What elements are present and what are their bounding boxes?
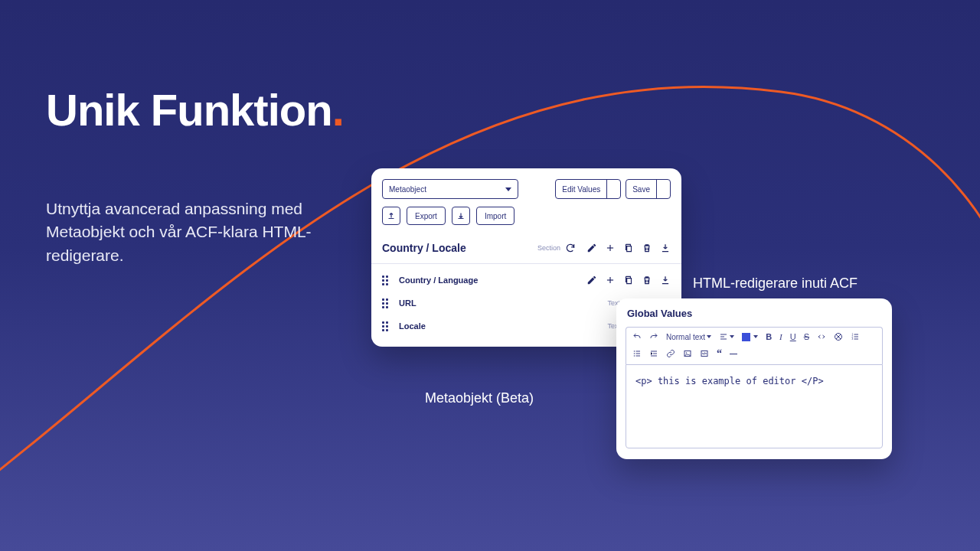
edit-icon[interactable] <box>586 243 597 253</box>
indent-button[interactable] <box>649 349 658 358</box>
delete-icon[interactable] <box>642 243 652 253</box>
drag-handle-icon[interactable] <box>382 298 390 308</box>
delete-icon[interactable] <box>642 275 652 285</box>
ordered-list-button[interactable]: 123 <box>851 332 860 341</box>
copy-icon[interactable] <box>623 243 634 253</box>
add-icon[interactable] <box>605 275 616 285</box>
bold-button[interactable]: B <box>766 332 772 341</box>
text-style-label: Normal text <box>666 333 705 341</box>
add-icon[interactable] <box>605 243 616 253</box>
field-row: Country / Language <box>371 269 681 292</box>
html-editor-title: Global Values <box>616 298 892 327</box>
export-icon-button[interactable] <box>382 207 400 225</box>
import-label: Import <box>485 212 506 220</box>
svg-point-5 <box>634 355 635 357</box>
svg-point-3 <box>634 350 635 352</box>
link-button[interactable] <box>666 349 675 358</box>
caret-down-icon <box>505 187 511 191</box>
editor-toolbar: Normal text B I U S 123 “ — <box>626 327 883 364</box>
field-name: Country / Language <box>399 276 478 285</box>
redo-icon[interactable] <box>649 332 658 341</box>
editor-content[interactable]: <p> this is example of editor </P> <box>626 364 883 448</box>
import-icon-button[interactable] <box>452 207 470 225</box>
edit-icon[interactable] <box>586 275 597 285</box>
object-type-dropdown[interactable]: Metaobject <box>382 179 518 199</box>
color-picker[interactable] <box>742 333 758 341</box>
underline-button[interactable]: U <box>790 332 796 341</box>
unordered-list-button[interactable] <box>632 349 642 358</box>
metaobject-caption: Metaobjekt (Beta) <box>425 390 534 406</box>
strikethrough-button[interactable]: S <box>804 332 809 341</box>
section-title: Country / Locale <box>382 242 466 254</box>
save-label: Save <box>632 185 650 194</box>
quote-button[interactable]: “ <box>717 347 722 360</box>
field-name: Locale <box>399 321 426 331</box>
codeblock-button[interactable] <box>700 349 709 358</box>
code-button[interactable] <box>817 332 826 341</box>
svg-point-4 <box>634 353 635 354</box>
export-label: Export <box>415 212 437 220</box>
italic-button[interactable]: I <box>779 332 782 341</box>
export-button[interactable]: Export <box>407 207 446 225</box>
svg-text:3: 3 <box>852 337 854 341</box>
html-editor-caption: HTML-redigerare inuti ACF <box>693 276 858 292</box>
text-style-dropdown[interactable]: Normal text <box>666 333 711 341</box>
download-icon[interactable] <box>660 243 671 253</box>
save-button[interactable]: Save <box>626 179 671 199</box>
html-editor-panel: Global Values Normal text B I U S 123 “ … <box>616 298 892 459</box>
object-type-label: Metaobject <box>389 185 426 194</box>
image-button[interactable] <box>683 349 692 358</box>
drag-handle-icon[interactable] <box>382 321 390 331</box>
refresh-icon[interactable] <box>565 243 576 253</box>
editor-text: <p> this is example of editor </P> <box>635 376 824 386</box>
import-button[interactable]: Import <box>476 207 514 225</box>
edit-values-label: Edit Values <box>562 185 600 194</box>
section-label: Section <box>537 244 560 252</box>
svg-point-7 <box>686 352 688 354</box>
edit-values-button[interactable]: Edit Values <box>555 179 621 199</box>
hr-button[interactable]: — <box>730 350 737 358</box>
field-name: URL <box>399 298 416 308</box>
align-dropdown[interactable] <box>719 332 734 341</box>
page-subhead: Utnyttja avancerad anpassning med Metaob… <box>46 197 352 267</box>
page-title: Unik Funktion. <box>46 84 344 135</box>
clear-format-button[interactable] <box>834 332 843 341</box>
undo-icon[interactable] <box>632 332 642 341</box>
download-icon[interactable] <box>660 275 671 285</box>
headline-dot: . <box>332 85 344 135</box>
drag-handle-icon[interactable] <box>382 276 390 285</box>
headline-text: Unik Funktion <box>46 85 332 135</box>
copy-icon[interactable] <box>623 275 634 285</box>
